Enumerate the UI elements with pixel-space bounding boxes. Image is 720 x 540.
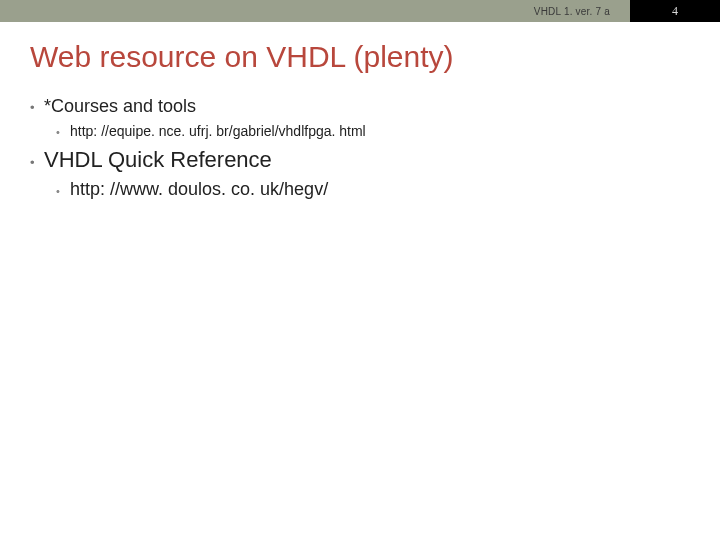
list-item: • *Courses and tools • http: //equipe. n… bbox=[30, 96, 690, 139]
content-area: Web resource on VHDL (plenty) • *Courses… bbox=[0, 22, 720, 200]
bullet-icon: • bbox=[30, 101, 44, 114]
top-bar-left: VHDL 1. ver. 7 a bbox=[0, 0, 630, 22]
list-item-text: http: //equipe. nce. ufrj. br/gabriel/vh… bbox=[70, 123, 366, 139]
sub-bullet-list: • http: //equipe. nce. ufrj. br/gabriel/… bbox=[30, 123, 690, 139]
slide: VHDL 1. ver. 7 a 4 Web resource on VHDL … bbox=[0, 0, 720, 540]
bullet-icon: • bbox=[56, 186, 70, 197]
page-number: 4 bbox=[672, 4, 678, 19]
list-item-text: *Courses and tools bbox=[44, 96, 196, 117]
list-item-text: VHDL Quick Reference bbox=[44, 147, 272, 173]
list-item-text: http: //www. doulos. co. uk/hegv/ bbox=[70, 179, 328, 200]
bullet-list: • *Courses and tools • http: //equipe. n… bbox=[30, 96, 690, 200]
list-item: • VHDL Quick Reference • http: //www. do… bbox=[30, 147, 690, 200]
list-item: • http: //equipe. nce. ufrj. br/gabriel/… bbox=[56, 123, 690, 139]
top-bar-right: 4 bbox=[630, 0, 720, 22]
sub-bullet-list: • http: //www. doulos. co. uk/hegv/ bbox=[30, 179, 690, 200]
doc-version-label: VHDL 1. ver. 7 a bbox=[534, 6, 610, 17]
bullet-icon: • bbox=[30, 156, 44, 169]
list-item: • http: //www. doulos. co. uk/hegv/ bbox=[56, 179, 690, 200]
top-bar: VHDL 1. ver. 7 a 4 bbox=[0, 0, 720, 22]
page-title: Web resource on VHDL (plenty) bbox=[30, 40, 690, 74]
bullet-icon: • bbox=[56, 127, 70, 138]
